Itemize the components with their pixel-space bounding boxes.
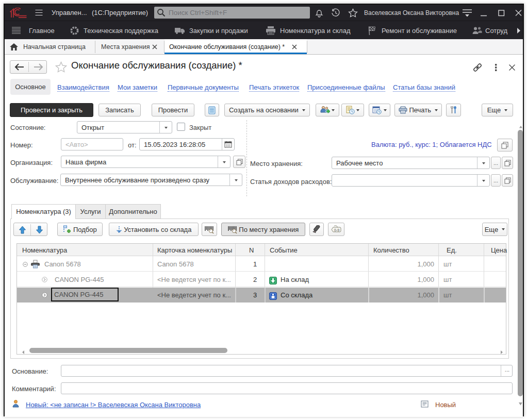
svg-text:0-9: 0-9 xyxy=(334,228,339,232)
